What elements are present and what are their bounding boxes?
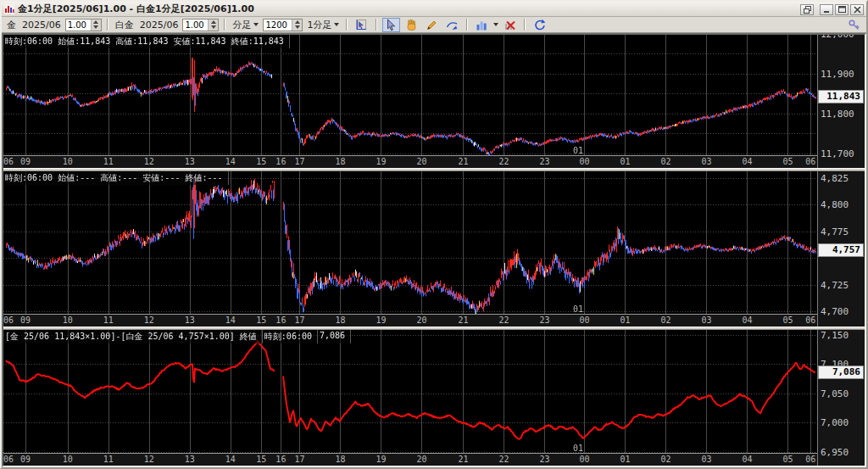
price-label: 4,700 — [821, 306, 849, 317]
maximize-button[interactable] — [835, 4, 849, 15]
time-tick-label: 13 — [185, 315, 195, 325]
bar-count-spinner[interactable] — [263, 19, 303, 31]
time-tick-label: 23 — [539, 455, 549, 464]
time-tick-label: 15 — [256, 315, 266, 325]
price-label: 12,000 — [821, 35, 854, 40]
platinum-chart-canvas[interactable] — [3, 171, 817, 314]
hand-tool-button[interactable] — [403, 18, 420, 32]
date-change-label: 01 — [573, 146, 583, 155]
time-tick-label: 16 — [275, 455, 286, 464]
chart-cursor-tool-button[interactable] — [353, 18, 370, 32]
time-tick-label: 22 — [498, 157, 509, 166]
time-tick-label: 17 — [294, 157, 304, 166]
time-tick-label: 21 — [458, 315, 468, 325]
select-tool-button[interactable] — [382, 18, 400, 32]
price-label: 7,050 — [821, 388, 849, 399]
gold-plot-area[interactable]: 時刻:06:00 始値:11,843 高値:11,843 安値:11,843 終… — [3, 35, 817, 155]
time-tick-label: 10 — [63, 455, 73, 464]
gold-spinner-arrows[interactable] — [91, 20, 101, 31]
platinum-multiplier-input[interactable] — [183, 20, 208, 31]
platinum-plot-area[interactable]: 時刻:06:00 始値:--- 高値:--- 安値:--- 終値:--- 01 — [3, 171, 817, 314]
chart-type-dropdown-arrow[interactable] — [493, 23, 498, 26]
chart-info-segment: 時刻:06:00 始値:11,843 高値:11,843 安値:11,843 終… — [3, 35, 290, 48]
bar-count-spinner-arrows[interactable] — [292, 20, 302, 31]
time-tick-label: 19 — [376, 455, 386, 464]
chart-info-segment: 時刻:06:00 — [263, 330, 318, 343]
delete-chart-button[interactable] — [501, 18, 519, 32]
time-tick-label: 13 — [185, 157, 195, 166]
gold-multiplier-input[interactable] — [66, 20, 91, 31]
spread-price-axis: 7,1507,1007,0507,0006,9507,086 — [817, 330, 865, 466]
last-price-box: 4,757 — [818, 243, 864, 257]
price-label: 7,000 — [821, 417, 849, 428]
time-tick-label: 05 — [782, 157, 793, 166]
period-type-label: 分足 — [232, 19, 251, 31]
time-tick-label: 06 — [3, 157, 14, 166]
time-tick-label: 16 — [275, 315, 286, 325]
period-type-dropdown[interactable]: 分足 — [231, 19, 260, 31]
chevron-down-icon — [334, 23, 339, 26]
spread-chart-canvas[interactable] — [3, 330, 817, 453]
time-tick-label: 22 — [498, 455, 509, 464]
platinum-multiplier-spinner[interactable] — [182, 19, 219, 31]
curve-pen-tool-button[interactable] — [443, 18, 461, 32]
platinum-month-label: 2025/06 — [140, 20, 179, 31]
platinum-price-axis: 4,8254,8004,7754,7254,7004,757 — [817, 171, 865, 327]
time-tick-label: 04 — [742, 455, 752, 464]
platinum-spinner-arrows[interactable] — [208, 20, 218, 31]
platinum-label: 白金 — [115, 19, 134, 31]
time-tick-label: 23 — [539, 157, 549, 166]
time-tick-label: 00 — [579, 157, 589, 166]
time-tick-label: 18 — [335, 455, 345, 464]
time-tick-label: 03 — [701, 315, 711, 325]
time-tick-label: 14 — [225, 315, 236, 325]
time-tick-label: 17 — [294, 455, 304, 464]
time-tick-label: 01 — [620, 455, 630, 464]
toolbar-separator — [346, 19, 348, 31]
time-tick-label: 06 — [805, 315, 815, 325]
gold-multiplier-spinner[interactable] — [65, 19, 102, 31]
time-tick-label: 04 — [742, 157, 752, 166]
time-tick-label: 06 — [3, 455, 14, 464]
toolbar-separator — [107, 19, 108, 31]
close-button[interactable] — [850, 4, 864, 15]
time-tick-label: 15 — [256, 157, 266, 166]
time-tick-label: 10 — [63, 315, 73, 325]
chart-type-button[interactable] — [473, 18, 491, 32]
date-change-label: 01 — [573, 304, 583, 314]
platinum-info-bar: 時刻:06:00 始値:--- 高値:--- 安値:--- 終値:--- — [3, 171, 229, 185]
minimize-button[interactable] — [820, 4, 833, 15]
time-tick-label: 14 — [225, 455, 236, 464]
time-tick-label: 20 — [416, 157, 426, 166]
time-tick-label: 23 — [539, 315, 549, 325]
time-tick-label: 20 — [416, 315, 426, 325]
period-dropdown[interactable]: 1分足 — [305, 19, 341, 31]
window-title: 金1分足[2025/06]1.00 - 白金1分足[2025/06]1.00 — [18, 3, 798, 15]
chart-info-segment: 時刻:06:00 始値:--- 高値:--- 安値:--- 終値:--- — [3, 171, 229, 185]
spread-plot-area[interactable]: [金 25/06 11,843×1.00]-[白金 25/06 4,757×1.… — [3, 330, 817, 453]
last-price-box: 7,086 — [818, 366, 864, 379]
spread-chart-panel: [金 25/06 11,843×1.00]-[白金 25/06 4,757×1.… — [3, 330, 865, 466]
toolbar-separator — [376, 19, 377, 31]
toolbar: 金 2025/06 白金 2025/06 分足 1分足 — [2, 17, 866, 33]
time-tick-label: 21 — [458, 455, 468, 464]
time-tick-label: 17 — [294, 315, 304, 325]
time-tick-label: 04 — [742, 315, 752, 325]
settings-key-button[interactable] — [845, 18, 863, 32]
time-tick-label: 05 — [782, 455, 793, 464]
app-window: 金1分足[2025/06]1.00 - 白金1分足[2025/06]1.00 金… — [0, 0, 868, 469]
time-tick-label: 12 — [144, 157, 154, 166]
app-icon — [4, 4, 14, 14]
title-bar[interactable]: 金1分足[2025/06]1.00 - 白金1分足[2025/06]1.00 — [2, 2, 866, 17]
bar-count-input[interactable] — [264, 20, 292, 31]
pencil-tool-button[interactable] — [423, 18, 441, 32]
time-tick-label: 22 — [498, 315, 509, 325]
time-tick-label: 01 — [620, 157, 630, 166]
time-tick-label: 02 — [660, 455, 670, 464]
refresh-button[interactable] — [531, 18, 548, 32]
restore-button[interactable] — [800, 4, 814, 15]
platinum-time-axis: 0609101112131415161718192021222300010203… — [3, 314, 817, 327]
time-tick-label: 20 — [416, 455, 426, 464]
gold-chart-canvas[interactable] — [3, 35, 817, 155]
time-tick-label: 05 — [782, 315, 793, 325]
